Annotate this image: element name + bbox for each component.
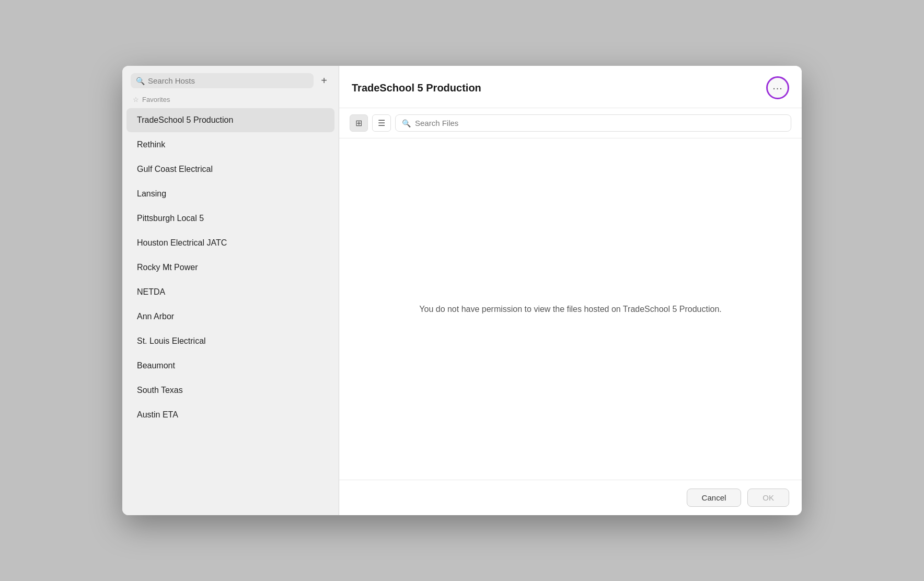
sidebar-item-austin-eta[interactable]: Austin ETA bbox=[126, 403, 334, 427]
favorites-label: Favorites bbox=[142, 96, 170, 103]
sidebar-item-pittsburgh[interactable]: Pittsburgh Local 5 bbox=[126, 206, 334, 230]
files-search-input[interactable] bbox=[415, 119, 784, 127]
main-content: TradeSchool 5 Production ··· ⊞ ☰ 🔍 You d… bbox=[339, 66, 802, 515]
permission-message: You do not have permission to view the f… bbox=[419, 305, 721, 314]
action-menu-button[interactable]: ··· bbox=[766, 76, 789, 99]
search-box[interactable]: 🔍 bbox=[131, 73, 314, 88]
sidebar-item-netda[interactable]: NETDA bbox=[126, 280, 334, 304]
search-input[interactable] bbox=[148, 76, 308, 85]
sidebar-item-rethink[interactable]: Rethink bbox=[126, 133, 334, 157]
sidebar-item-south-texas[interactable]: South Texas bbox=[126, 378, 334, 402]
sidebar: 🔍 + ☆ Favorites TradeSchool 5 Production… bbox=[122, 66, 339, 515]
add-host-button[interactable]: + bbox=[318, 74, 330, 88]
sidebar-item-gulf-coast[interactable]: Gulf Coast Electrical bbox=[126, 157, 334, 181]
sidebar-item-ann-arbor[interactable]: Ann Arbor bbox=[126, 305, 334, 329]
dialog: 🔍 + ☆ Favorites TradeSchool 5 Production… bbox=[122, 66, 802, 515]
sidebar-list: TradeSchool 5 ProductionRethinkGulf Coas… bbox=[122, 108, 339, 515]
list-view-button[interactable]: ☰ bbox=[372, 114, 391, 132]
sidebar-item-st-louis[interactable]: St. Louis Electrical bbox=[126, 329, 334, 353]
grid-view-button[interactable]: ⊞ bbox=[350, 114, 368, 132]
sidebar-item-lansing[interactable]: Lansing bbox=[126, 182, 334, 206]
sidebar-item-houston[interactable]: Houston Electrical JATC bbox=[126, 231, 334, 255]
sidebar-item-rocky-mt[interactable]: Rocky Mt Power bbox=[126, 255, 334, 280]
cancel-button[interactable]: Cancel bbox=[687, 489, 742, 507]
ok-button[interactable]: OK bbox=[747, 489, 789, 507]
sidebar-item-beaumont[interactable]: Beaumont bbox=[126, 354, 334, 378]
page-title: TradeSchool 5 Production bbox=[352, 82, 481, 94]
main-footer: Cancel OK bbox=[339, 480, 802, 515]
search-icon: 🔍 bbox=[136, 77, 145, 85]
main-header: TradeSchool 5 Production ··· bbox=[339, 66, 802, 108]
toolbar: ⊞ ☰ 🔍 bbox=[339, 108, 802, 138]
dots-icon: ··· bbox=[772, 83, 783, 93]
sidebar-search-row: 🔍 + bbox=[122, 66, 339, 94]
favorites-row: ☆ Favorites bbox=[122, 94, 339, 108]
sidebar-item-tradeschool5[interactable]: TradeSchool 5 Production bbox=[126, 108, 334, 132]
grid-icon: ⊞ bbox=[355, 118, 362, 128]
toolbar-search-icon: 🔍 bbox=[402, 119, 411, 127]
star-icon: ☆ bbox=[133, 96, 139, 103]
toolbar-search-box[interactable]: 🔍 bbox=[395, 114, 791, 132]
main-body: You do not have permission to view the f… bbox=[339, 138, 802, 480]
list-icon: ☰ bbox=[378, 118, 385, 128]
